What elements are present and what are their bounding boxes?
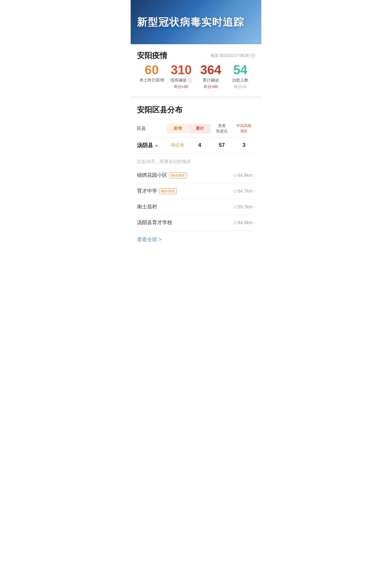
location-distance: ⊙ 64.7km › bbox=[234, 188, 255, 194]
page-title: 新型冠状病毒实时追踪 bbox=[137, 16, 244, 28]
confirmed-tag: 确诊场所 bbox=[169, 172, 187, 178]
district-new: 待公布 bbox=[167, 142, 189, 148]
pin-icon: ⊙ bbox=[234, 173, 237, 178]
stat-local-new-label: 本土昨日新增 bbox=[137, 77, 167, 83]
stat-current-confirmed-label: 现有确诊 ? bbox=[167, 77, 196, 83]
district-total: 4 bbox=[189, 142, 211, 148]
stats-row: 60 本土昨日新增 310 现有确诊 ? 昨日+60 364 累计确诊 昨日+6… bbox=[137, 63, 255, 90]
district-risk: 3 bbox=[233, 142, 255, 148]
location-subtitle: 过去14天，患者去过的地点 bbox=[137, 159, 255, 164]
stat-recovered-label: 治愈人数 bbox=[226, 77, 255, 83]
table-row[interactable]: 汤阴县 待公布 4 57 3 bbox=[137, 137, 255, 154]
col-total-bg: 累计 bbox=[189, 124, 211, 133]
stat-recovered: 54 治愈人数 昨日+0 bbox=[226, 63, 255, 90]
district-section-title: 安阳区县分布 bbox=[137, 105, 255, 115]
stat-recovered-delta: 昨日+0 bbox=[226, 84, 255, 90]
stat-local-new-number: 60 bbox=[137, 63, 167, 76]
stat-total-confirmed: 364 累计确诊 昨日+60 bbox=[196, 63, 226, 90]
stat-current-confirmed: 310 现有确诊 ? 昨日+60 bbox=[167, 63, 196, 90]
district-name: 汤阴县 bbox=[137, 142, 167, 149]
district-patient: 57 bbox=[211, 142, 233, 148]
location-name: 育才中学 确诊场所 bbox=[137, 188, 234, 194]
location-distance: ⊙ 64.6km › bbox=[234, 220, 255, 225]
location-distance: ⊙ 64.8km › bbox=[234, 172, 255, 178]
col-header-risk: 中高风险地区 bbox=[233, 122, 255, 134]
pin-icon: ⊙ bbox=[234, 220, 237, 225]
stat-total-confirmed-delta: 昨日+60 bbox=[196, 84, 226, 90]
col-new-bg: 新增 bbox=[167, 124, 189, 133]
stat-local-new: 60 本土昨日新增 bbox=[137, 63, 167, 90]
timestamp-help-icon[interactable]: ? bbox=[251, 54, 255, 58]
location-name: 南士昌村 bbox=[137, 204, 234, 210]
pin-icon: ⊙ bbox=[234, 189, 237, 194]
table-header: 区县 新增 累计 患者轨迹点 中高风险地区 bbox=[137, 120, 255, 137]
stat-recovered-number: 54 bbox=[226, 63, 255, 76]
confirmed-tag: 确诊场所 bbox=[159, 188, 177, 194]
location-name: 汤阴县育才学校 bbox=[137, 219, 234, 226]
stat-current-confirmed-number: 310 bbox=[167, 63, 196, 76]
pin-icon: ⊙ bbox=[234, 205, 237, 209]
chevron-right-icon: › bbox=[253, 188, 255, 194]
district-section: 安阳区县分布 区县 新增 累计 患者轨迹点 中高风险地区 汤阴县 待公布 bbox=[131, 105, 261, 251]
section-divider bbox=[131, 96, 261, 98]
chevron-up-icon bbox=[155, 144, 158, 146]
list-item[interactable]: 育才中学 确诊场所 ⊙ 64.7km › bbox=[137, 183, 255, 199]
stat-total-confirmed-label: 累计确诊 bbox=[196, 77, 226, 83]
col-header-patient: 患者轨迹点 bbox=[211, 122, 233, 134]
location-name: 锦绣花园小区 确诊场所 bbox=[137, 172, 234, 179]
location-distance: ⊙ 59.7km › bbox=[234, 204, 255, 210]
col-header-name: 区县 bbox=[137, 126, 167, 131]
chevron-right-icon: › bbox=[253, 172, 255, 178]
stat-current-confirmed-delta: 昨日+60 bbox=[167, 84, 196, 90]
header-banner: 新型冠状病毒实时追踪 bbox=[131, 0, 261, 44]
list-item[interactable]: 汤阴县育才学校 ⊙ 64.6km › bbox=[137, 215, 255, 231]
stat-total-confirmed-number: 364 bbox=[196, 63, 226, 76]
col-header-new: 新增 bbox=[167, 124, 189, 133]
city-section: 安阳疫情 截至 2022/01/17 08:06 ? 60 本土昨日新增 310… bbox=[131, 44, 261, 90]
chevron-right-icon: › bbox=[253, 220, 255, 225]
list-item[interactable]: 南士昌村 ⊙ 59.7km › bbox=[137, 199, 255, 215]
confirmed-help-icon[interactable]: ? bbox=[188, 78, 192, 82]
chevron-right-icon: › bbox=[253, 204, 255, 210]
col-header-total: 累计 bbox=[189, 124, 211, 133]
view-all-link[interactable]: 查看全部 > bbox=[137, 236, 162, 243]
list-item[interactable]: 锦绣花园小区 确诊场所 ⊙ 64.8km › bbox=[137, 168, 255, 183]
